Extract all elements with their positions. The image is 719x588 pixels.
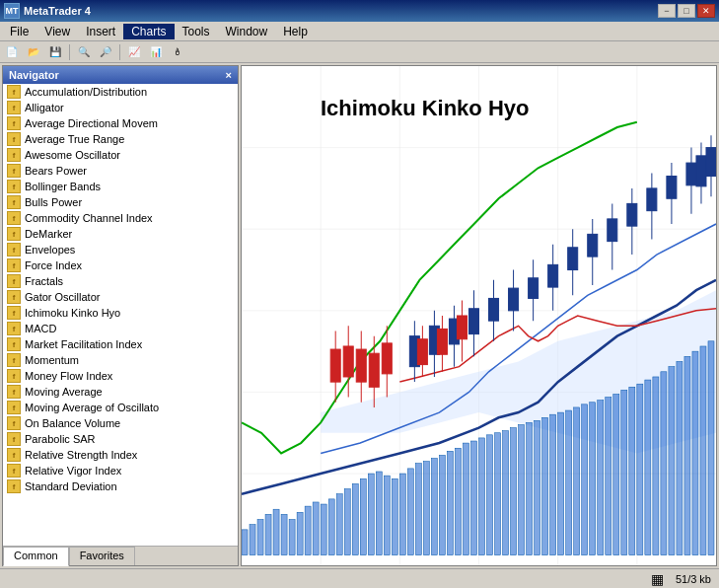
nav-item-label: Average Directional Movem — [25, 117, 158, 129]
nav-item[interactable]: fCommodity Channel Index — [3, 210, 238, 226]
toolbar-save[interactable]: 💾 — [45, 43, 65, 61]
svg-rect-38 — [627, 203, 637, 226]
nav-item-icon: f — [7, 148, 21, 162]
svg-rect-120 — [700, 346, 706, 555]
nav-item[interactable]: fAverage Directional Movem — [3, 115, 238, 131]
nav-item[interactable]: fBollinger Bands — [3, 179, 238, 194]
nav-item-icon: f — [7, 132, 21, 146]
toolbar-new[interactable]: 📄 — [2, 43, 22, 61]
nav-item-label: Standard Deviation — [25, 480, 117, 492]
menu-help[interactable]: Help — [275, 24, 316, 39]
nav-item-label: Fractals — [25, 275, 63, 287]
nav-item[interactable]: fRelative Vigor Index — [3, 463, 238, 478]
close-button[interactable]: ✕ — [697, 4, 715, 18]
svg-rect-77 — [360, 478, 366, 554]
nav-item[interactable]: fStandard Deviation — [3, 478, 238, 494]
nav-item[interactable]: fFractals — [3, 273, 238, 289]
minimize-button[interactable]: − — [658, 4, 676, 18]
nav-item-label: Parabolic SAR — [25, 433, 96, 445]
menu-view[interactable]: View — [36, 24, 78, 39]
nav-item-icon: f — [7, 258, 21, 272]
svg-rect-83 — [407, 469, 413, 555]
svg-rect-78 — [368, 474, 374, 555]
nav-item[interactable]: fIchimoku Kinko Hyo — [3, 305, 238, 321]
nav-item-icon: f — [7, 195, 21, 209]
nav-item-icon: f — [7, 274, 21, 288]
nav-item[interactable]: fParabolic SAR — [3, 431, 238, 447]
nav-item[interactable]: fBears Power — [3, 163, 238, 179]
nav-item[interactable]: fMoney Flow Index — [3, 368, 238, 384]
svg-rect-104 — [574, 407, 580, 555]
menu-bar: File View Insert Charts Tools Window Hel… — [0, 22, 719, 41]
nav-item[interactable]: fRelative Strength Index — [3, 447, 238, 463]
svg-rect-102 — [558, 412, 564, 555]
svg-rect-99 — [535, 420, 540, 554]
svg-rect-114 — [653, 377, 659, 555]
toolbar-candle[interactable]: 🕯 — [168, 43, 187, 61]
svg-rect-60 — [696, 156, 706, 186]
svg-rect-31 — [489, 298, 499, 321]
menu-tools[interactable]: Tools — [175, 24, 218, 39]
nav-item[interactable]: fMarket Facilitation Index — [3, 336, 238, 352]
svg-rect-30 — [468, 309, 478, 334]
nav-item[interactable]: fGator Oscillator — [3, 289, 238, 305]
nav-item-label: Alligator — [25, 102, 64, 113]
toolbar: 📄 📂 💾 🔍 🔎 📈 📊 🕯 — [0, 41, 719, 63]
svg-rect-34 — [548, 264, 558, 287]
svg-rect-101 — [550, 414, 556, 555]
nav-item-label: Relative Strength Index — [25, 449, 137, 461]
nav-item[interactable]: fMoving Average of Oscillato — [3, 400, 238, 415]
nav-item[interactable]: fEnvelopes — [3, 242, 238, 257]
nav-item[interactable]: fAwesome Oscillator — [3, 147, 238, 163]
svg-rect-108 — [606, 398, 611, 555]
nav-item[interactable]: fAverage True Range — [3, 131, 238, 147]
nav-item[interactable]: fBulls Power — [3, 194, 238, 210]
nav-item-label: Commodity Channel Index — [25, 212, 153, 224]
nav-item-label: Awesome Oscillator — [25, 149, 120, 161]
svg-rect-96 — [511, 428, 517, 555]
navigator-close-button[interactable]: × — [226, 69, 232, 81]
nav-item[interactable]: fAccumulation/Distribution — [3, 84, 238, 100]
nav-item[interactable]: fMoving Average — [3, 384, 238, 400]
nav-item-icon: f — [7, 322, 21, 335]
menu-charts[interactable]: Charts — [123, 24, 174, 39]
nav-item[interactable]: fOn Balance Volume — [3, 415, 238, 431]
toolbar-zoom-out[interactable]: 🔎 — [96, 43, 115, 61]
svg-rect-107 — [598, 401, 604, 555]
svg-rect-85 — [423, 462, 429, 555]
menu-window[interactable]: Window — [218, 24, 276, 39]
navigator-header: Navigator × — [3, 66, 238, 84]
menu-insert[interactable]: Insert — [78, 24, 123, 39]
nav-item[interactable]: fForce Index — [3, 257, 238, 273]
nav-item[interactable]: fDeMarker — [3, 226, 238, 242]
svg-rect-56 — [369, 353, 379, 387]
svg-rect-73 — [328, 499, 334, 555]
svg-rect-65 — [265, 514, 271, 554]
toolbar-line[interactable]: 📈 — [124, 43, 144, 61]
svg-rect-92 — [479, 438, 485, 555]
svg-rect-76 — [352, 483, 358, 554]
toolbar-open[interactable]: 📂 — [24, 43, 43, 61]
toolbar-zoom-in[interactable]: 🔍 — [74, 43, 94, 61]
toolbar-bar[interactable]: 📊 — [146, 43, 166, 61]
svg-rect-39 — [647, 188, 657, 211]
svg-rect-62 — [242, 530, 248, 555]
svg-rect-35 — [568, 248, 578, 270]
maximize-button[interactable]: □ — [678, 4, 695, 18]
toolbar-sep2 — [119, 44, 120, 60]
nav-item[interactable]: fAlligator — [3, 100, 238, 115]
menu-file[interactable]: File — [2, 24, 36, 39]
tab-common[interactable]: Common — [3, 547, 69, 566]
tab-favorites[interactable]: Favorites — [69, 547, 135, 565]
grid-icon: ▦ — [651, 571, 664, 587]
nav-item-label: Gator Oscillator — [25, 291, 100, 303]
svg-rect-105 — [582, 404, 588, 555]
nav-item[interactable]: fMACD — [3, 321, 238, 336]
navigator-list[interactable]: fAccumulation/DistributionfAlligatorfAve… — [3, 84, 238, 546]
nav-item-icon: f — [7, 353, 21, 367]
svg-rect-79 — [376, 472, 382, 555]
nav-item-icon: f — [7, 211, 21, 225]
svg-rect-37 — [608, 219, 617, 242]
chart-area: Ichimoku Kinko Hyo — [241, 65, 717, 566]
nav-item[interactable]: fMomentum — [3, 352, 238, 368]
